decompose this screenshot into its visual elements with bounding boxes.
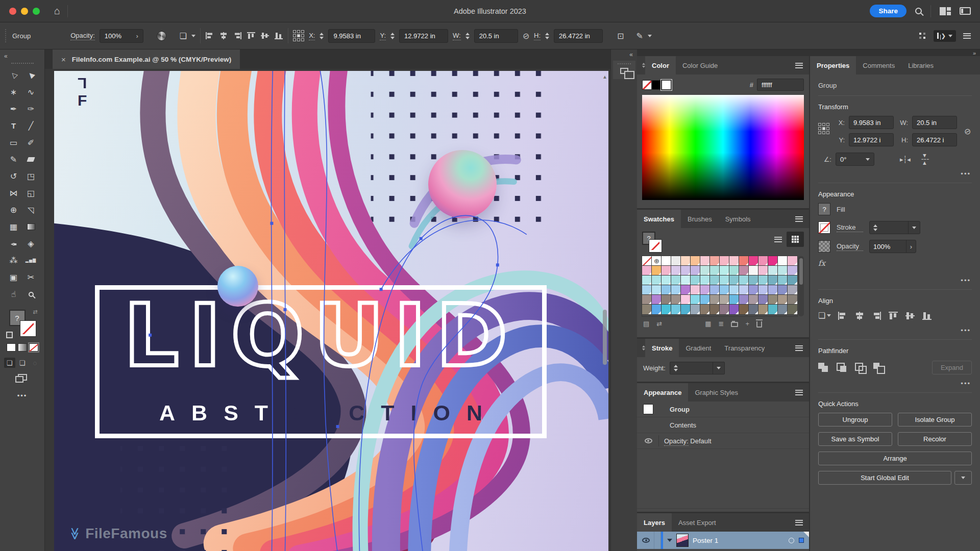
edit-toolbar-icon[interactable]: ••• bbox=[17, 392, 28, 399]
w-label[interactable]: W: bbox=[453, 32, 461, 40]
swatch[interactable] bbox=[710, 256, 720, 266]
swatch[interactable] bbox=[720, 256, 729, 266]
tool-artboard[interactable]: ▣ bbox=[5, 269, 22, 286]
draw-behind-mode[interactable]: ❏ bbox=[17, 358, 28, 368]
align-to-icon[interactable]: ❏ bbox=[818, 311, 831, 320]
close-tab-icon[interactable]: × bbox=[61, 55, 66, 64]
pathfinder-unite-icon[interactable] bbox=[818, 363, 829, 372]
home-icon[interactable]: ⌂ bbox=[54, 5, 60, 17]
swatch[interactable] bbox=[729, 285, 739, 295]
properties-collapse-icon[interactable]: » bbox=[973, 50, 976, 56]
scrollbar-thumb[interactable] bbox=[603, 310, 607, 365]
canvas[interactable]: L F LIQUID ABSTRACTION bbox=[45, 69, 610, 551]
recolor-button[interactable]: Recolor bbox=[898, 432, 972, 446]
save-as-symbol-button[interactable]: Save as Symbol bbox=[818, 432, 892, 446]
dock-collapse-icon[interactable]: « bbox=[625, 49, 637, 60]
swatch[interactable] bbox=[710, 276, 720, 285]
dock-drag-handle[interactable] bbox=[618, 63, 631, 64]
appearance-panel-menu-icon[interactable] bbox=[795, 390, 803, 395]
tab-brushes[interactable]: Brushes bbox=[681, 210, 719, 228]
tool-column-graph[interactable]: ▂▅▇ bbox=[22, 252, 40, 269]
black-color-chip[interactable] bbox=[652, 80, 662, 90]
x-stepper[interactable] bbox=[320, 33, 324, 39]
tab-layers[interactable]: Layers bbox=[637, 513, 672, 532]
tool-line-segment[interactable]: ╱ bbox=[22, 117, 40, 134]
appearance-row-contents[interactable]: Contents bbox=[637, 417, 809, 433]
none-button[interactable] bbox=[29, 343, 38, 352]
swatches-stroke-chip[interactable] bbox=[649, 240, 662, 252]
color-spectrum[interactable] bbox=[642, 95, 804, 200]
ungroup-button[interactable]: Ungroup bbox=[818, 413, 892, 427]
h-stepper[interactable] bbox=[545, 33, 549, 39]
pathfinder-minus-front-icon[interactable] bbox=[837, 363, 848, 372]
swatch[interactable] bbox=[652, 305, 662, 314]
weight-dropdown-icon[interactable] bbox=[717, 367, 721, 369]
swatch[interactable] bbox=[768, 295, 778, 305]
swatch[interactable] bbox=[681, 285, 691, 295]
swatch[interactable] bbox=[642, 276, 652, 285]
swatch[interactable] bbox=[739, 295, 749, 305]
swatch[interactable] bbox=[729, 266, 739, 276]
color-panel-menu-icon[interactable] bbox=[795, 63, 803, 68]
swatch[interactable] bbox=[691, 285, 700, 295]
props-stroke-chip[interactable] bbox=[818, 221, 830, 234]
tab-gradient[interactable]: Gradient bbox=[679, 339, 718, 357]
start-global-edit-button[interactable]: Start Global Edit bbox=[818, 471, 951, 485]
y-stepper[interactable] bbox=[390, 33, 395, 39]
swatch[interactable] bbox=[778, 276, 788, 285]
y-input[interactable]: 12.9722 in bbox=[399, 29, 448, 43]
swatch[interactable] bbox=[642, 256, 652, 266]
props-fx-icon[interactable]: fx bbox=[818, 259, 825, 268]
props-align-middle-v-icon[interactable] bbox=[905, 311, 915, 320]
layers-panel-menu-icon[interactable] bbox=[795, 520, 803, 525]
transform-more-options[interactable]: ••• bbox=[818, 167, 972, 183]
tool-eyedropper[interactable]: ✒ bbox=[5, 235, 22, 252]
pathfinder-intersect-icon[interactable] bbox=[855, 363, 866, 372]
tool-slice[interactable]: ✂ bbox=[22, 269, 40, 286]
swatches-panel-menu-icon[interactable] bbox=[795, 216, 803, 222]
tool-rectangle[interactable]: ▭ bbox=[5, 134, 22, 151]
swatch[interactable] bbox=[778, 285, 788, 295]
tab-swatches[interactable]: Swatches bbox=[637, 210, 681, 228]
swatch[interactable] bbox=[729, 256, 739, 266]
swatch[interactable] bbox=[642, 266, 652, 276]
swatch[interactable] bbox=[739, 266, 749, 276]
swatch-themes-icon[interactable]: ⇄ bbox=[656, 320, 662, 328]
workspace-switcher[interactable]: ❯ bbox=[934, 30, 956, 42]
layer-visibility-icon[interactable] bbox=[642, 538, 650, 543]
tool-eraser[interactable] bbox=[22, 151, 40, 168]
align-center-h-icon[interactable] bbox=[219, 32, 228, 40]
tab-color-guide[interactable]: Color Guide bbox=[676, 56, 724, 74]
shape-properties-icon[interactable]: ✎ bbox=[636, 31, 643, 41]
screen-mode-icon[interactable] bbox=[18, 374, 27, 381]
layer-target-icon[interactable] bbox=[789, 538, 794, 543]
swatch[interactable] bbox=[739, 305, 749, 314]
color-button[interactable] bbox=[7, 343, 16, 352]
swatch[interactable] bbox=[671, 285, 681, 295]
new-swatch-icon[interactable]: + bbox=[745, 320, 749, 328]
toolbar-collapse-icon[interactable]: « bbox=[0, 52, 12, 61]
rotate-angle-input[interactable]: 0° bbox=[836, 153, 874, 166]
share-button[interactable]: Share bbox=[870, 5, 906, 17]
swatch[interactable] bbox=[768, 256, 778, 266]
swatches-scrollbar[interactable] bbox=[798, 256, 804, 316]
props-align-bottom-icon[interactable] bbox=[922, 311, 932, 320]
align-right-icon[interactable] bbox=[233, 32, 242, 40]
swatch[interactable] bbox=[681, 266, 691, 276]
swatch[interactable] bbox=[758, 295, 768, 305]
swatch[interactable] bbox=[652, 266, 662, 276]
swatch[interactable] bbox=[671, 256, 681, 266]
swatch[interactable] bbox=[691, 305, 700, 314]
poster-artboard[interactable]: L F LIQUID ABSTRACTION bbox=[54, 71, 608, 551]
appearance-row-opacity[interactable]: Opacity: Default bbox=[637, 433, 809, 449]
flip-vertical-icon[interactable]: ▸┆◂ bbox=[921, 154, 929, 165]
swatch[interactable] bbox=[671, 276, 681, 285]
transform-bounds-icon[interactable]: ⊡ bbox=[617, 31, 624, 41]
swatch[interactable] bbox=[691, 256, 700, 266]
props-link-dimensions-icon[interactable]: ⊘ bbox=[963, 126, 972, 137]
tool-selection[interactable]: ▷ bbox=[5, 67, 22, 84]
tool-shape-builder[interactable]: ⊕ bbox=[5, 202, 22, 218]
props-x-input[interactable]: 9.9583 in bbox=[849, 116, 894, 129]
minimize-window-button[interactable] bbox=[21, 8, 28, 15]
appearance-row-group[interactable]: Group bbox=[637, 402, 809, 417]
